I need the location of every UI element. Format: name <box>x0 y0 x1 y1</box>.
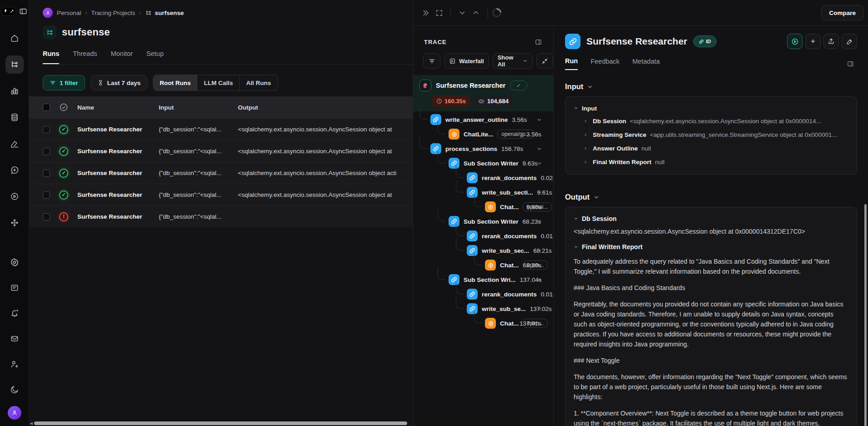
split-panel-icon[interactable] <box>843 57 857 70</box>
deployments-icon[interactable] <box>5 214 24 232</box>
trace-tree-node[interactable]: Chat... open... 68.20s <box>413 258 553 272</box>
trace-tree-node[interactable]: Chat... open... 137.01s <box>413 316 553 331</box>
expand-fullscreen-icon[interactable] <box>432 6 446 20</box>
column-header-input[interactable]: Input <box>159 104 238 111</box>
trace-tree-node[interactable]: write_answer_outline 3.56s <box>413 112 553 127</box>
invite-user-icon[interactable] <box>5 355 24 373</box>
theme-toggle-icon[interactable] <box>5 381 24 399</box>
trace-tree-node[interactable]: write_sub_secti... 9.61s <box>413 185 553 200</box>
chevron-down-icon[interactable] <box>536 117 542 123</box>
run-name[interactable]: Surfsense Researcher <box>77 191 159 198</box>
chevron-down-icon[interactable] <box>536 248 542 254</box>
chevron-down-icon[interactable] <box>536 146 542 152</box>
trace-tree-node[interactable]: Sub Section Wri... 137.04s <box>413 272 553 287</box>
trace-tree-node[interactable]: Sub Section Writer 68.23s <box>413 214 553 229</box>
user-avatar[interactable] <box>8 406 21 420</box>
vertical-scrollbar[interactable] <box>864 204 867 426</box>
input-field-row[interactable]: › Streaming Service <app.utils.streaming… <box>574 128 848 141</box>
table-row[interactable]: ✓ Surfsense Researcher {"db_session":"<s… <box>29 162 413 184</box>
documentation-icon[interactable] <box>5 279 24 297</box>
row-checkbox[interactable] <box>43 213 50 221</box>
playground-icon[interactable] <box>5 187 24 205</box>
table-row[interactable]: ✓ Surfsense Researcher {"db_session":"<s… <box>29 184 413 205</box>
trace-tree-node[interactable]: write_sub_sec... 68.21s <box>413 243 553 258</box>
chevron-down-icon[interactable] <box>536 190 542 195</box>
show-all-dropdown[interactable]: Show All <box>493 53 533 69</box>
filter-chip[interactable]: 1 filter <box>43 75 85 90</box>
chevron-down-icon[interactable] <box>536 306 542 312</box>
segment-all-runs[interactable]: All Runs <box>240 75 278 90</box>
output-section-heading[interactable]: Output <box>565 193 857 201</box>
column-header-name[interactable]: Name <box>77 104 159 111</box>
prompts-icon[interactable] <box>5 161 24 179</box>
table-row[interactable]: ✓ Surfsense Researcher {"db_session":"<s… <box>29 118 413 140</box>
tab-runs[interactable]: Runs <box>43 50 59 64</box>
row-checkbox[interactable] <box>43 191 50 199</box>
trace-tree-node[interactable]: Sub Section Writer 9.63s <box>413 156 553 170</box>
table-row[interactable]: ! Surfsense Researcher {"db_session":"<s… <box>29 205 413 227</box>
prev-run-icon[interactable] <box>455 6 469 20</box>
open-in-playground-button[interactable] <box>787 34 802 49</box>
tab-metadata[interactable]: Metadata <box>632 58 660 70</box>
output-db-session-node[interactable]: Db Session <box>574 213 848 225</box>
breadcrumb-item-current[interactable]: surfsense <box>145 10 184 16</box>
collapse-panel-icon[interactable] <box>419 6 432 20</box>
input-root-node[interactable]: Input <box>574 102 848 114</box>
column-header-output[interactable]: Output <box>238 104 413 111</box>
notifications-icon[interactable] <box>5 304 24 322</box>
annotations-icon[interactable] <box>5 135 24 153</box>
collapse-sidebar-icon[interactable] <box>18 6 28 16</box>
edit-run-button[interactable] <box>842 34 857 49</box>
input-field-row[interactable]: › Db Session <sqlalchemy.ext.asyncio.ses… <box>574 114 848 128</box>
trace-tree-node[interactable]: process_sections 156.78s <box>413 141 553 156</box>
trace-filter-button[interactable] <box>423 53 440 69</box>
horizontal-scrollbar[interactable] <box>34 421 407 425</box>
select-all-checkbox[interactable] <box>43 104 50 111</box>
row-checkbox[interactable] <box>43 126 50 133</box>
tab-run[interactable]: Run <box>565 57 578 70</box>
tracing-projects-icon[interactable] <box>5 55 24 74</box>
table-row[interactable]: ✓ Surfsense Researcher {"db_session":"<s… <box>29 140 413 162</box>
output-report-node[interactable]: Final Written Report <box>574 241 848 253</box>
chevron-down-icon[interactable] <box>536 160 542 166</box>
run-name[interactable]: Surfsense Researcher <box>77 148 159 155</box>
workspace-avatar[interactable] <box>43 8 53 18</box>
run-name[interactable]: Surfsense Researcher <box>77 170 159 176</box>
split-panel-icon[interactable] <box>531 35 545 49</box>
waterfall-button[interactable]: Waterfall <box>444 53 489 69</box>
tab-threads[interactable]: Threads <box>73 50 97 64</box>
trace-tree-node[interactable]: rerank_documents 0.01s <box>413 229 553 243</box>
trace-tree-node[interactable]: rerank_documents 0.02s <box>413 170 553 185</box>
tab-setup[interactable]: Setup <box>146 50 164 64</box>
breadcrumb-item[interactable]: Tracing Projects <box>91 10 135 16</box>
run-name[interactable]: Surfsense Researcher <box>77 213 159 220</box>
tab-feedback[interactable]: Feedback <box>590 58 620 70</box>
add-to-dataset-button[interactable]: + <box>805 34 821 49</box>
breadcrumb-item[interactable]: Personal <box>57 10 81 16</box>
row-checkbox[interactable] <box>43 170 50 177</box>
input-field-row[interactable]: › Final Written Report null <box>574 155 848 169</box>
next-run-icon[interactable] <box>469 6 483 20</box>
collapse-all-button[interactable] <box>536 53 553 69</box>
scroll-left-arrow[interactable]: ◀ <box>30 421 33 425</box>
datasets-icon[interactable] <box>5 108 24 126</box>
trace-tree-node[interactable]: Chat... openai... 9.60s <box>413 200 553 214</box>
run-name[interactable]: Surfsense Researcher <box>77 126 159 133</box>
row-checkbox[interactable] <box>43 148 50 155</box>
dashboards-icon[interactable] <box>5 82 24 100</box>
tab-monitor[interactable]: Monitor <box>111 50 132 64</box>
compare-button[interactable]: Compare <box>821 5 863 20</box>
trace-tree-node[interactable]: rerank_documents 0.01s <box>413 287 553 301</box>
home-icon[interactable] <box>5 29 24 47</box>
trace-root-node[interactable]: Surfsense Researcher ✓ 160.35s 104,684 <box>413 75 554 111</box>
share-run-button[interactable] <box>823 34 839 49</box>
chevron-down-icon[interactable] <box>536 219 542 225</box>
segment-root-runs[interactable]: Root Runs <box>153 75 197 90</box>
settings-icon[interactable] <box>5 253 24 271</box>
segment-llm-calls[interactable]: LLM Calls <box>197 75 240 90</box>
chevron-down-icon[interactable] <box>536 277 542 283</box>
inbox-icon[interactable] <box>5 330 24 348</box>
trace-tree-node[interactable]: write_sub_se... 137.02s <box>413 301 553 316</box>
trace-tree-node[interactable]: ChatLite... openai/gp... 3.56s <box>413 127 553 141</box>
run-id-pill[interactable]: ID <box>693 35 717 47</box>
